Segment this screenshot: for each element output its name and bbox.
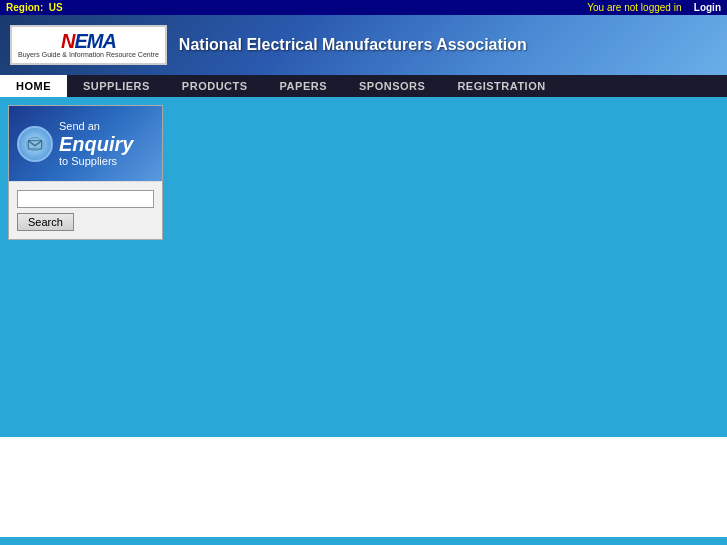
enquiry-text-large: Enquiry (59, 134, 133, 154)
region-label: Region: (6, 2, 43, 13)
region-info: Region: US (6, 2, 63, 13)
header: NEMA Buyers Guide & Information Resource… (0, 15, 727, 75)
org-name: National Electrical Manufacturers Associ… (179, 36, 527, 54)
send-an-text: Send an (59, 119, 133, 133)
logo-box: NEMA Buyers Guide & Information Resource… (10, 25, 167, 65)
enquiry-search-area: Search (9, 181, 162, 239)
search-input[interactable] (17, 190, 154, 208)
nav-bar: HOME SUPPLIERS PRODUCTS PAPERS SPONSORS … (0, 75, 727, 97)
nav-sponsors[interactable]: SPONSORS (343, 75, 441, 97)
logo-nema: NEMA (61, 31, 116, 51)
nav-registration[interactable]: REGISTRATION (441, 75, 561, 97)
login-area: You are not logged in Login (587, 2, 721, 13)
nav-suppliers[interactable]: SUPPLIERS (67, 75, 166, 97)
search-button[interactable]: Search (17, 213, 74, 231)
footer-area (0, 437, 727, 537)
enquiry-banner: Send an Enquiry to Suppliers (9, 106, 162, 181)
logo-n: N (61, 30, 74, 52)
login-link[interactable]: Login (694, 2, 721, 13)
nav-papers[interactable]: PAPERS (264, 75, 343, 97)
enquiry-panel: Send an Enquiry to Suppliers Search (8, 105, 163, 240)
main-content: Send an Enquiry to Suppliers Search (0, 97, 727, 437)
top-bar: Region: US You are not logged in Login (0, 0, 727, 15)
nav-home[interactable]: HOME (0, 75, 67, 97)
region-value: US (49, 2, 63, 13)
to-suppliers-text: to Suppliers (59, 154, 133, 168)
not-logged-text: You are not logged in (587, 2, 681, 13)
logo-tagline: Buyers Guide & Information Resource Cent… (18, 51, 159, 59)
nav-products[interactable]: PRODUCTS (166, 75, 264, 97)
enquiry-text: Send an Enquiry to Suppliers (59, 119, 133, 168)
envelope-icon (25, 134, 45, 154)
enquiry-icon (17, 126, 53, 162)
